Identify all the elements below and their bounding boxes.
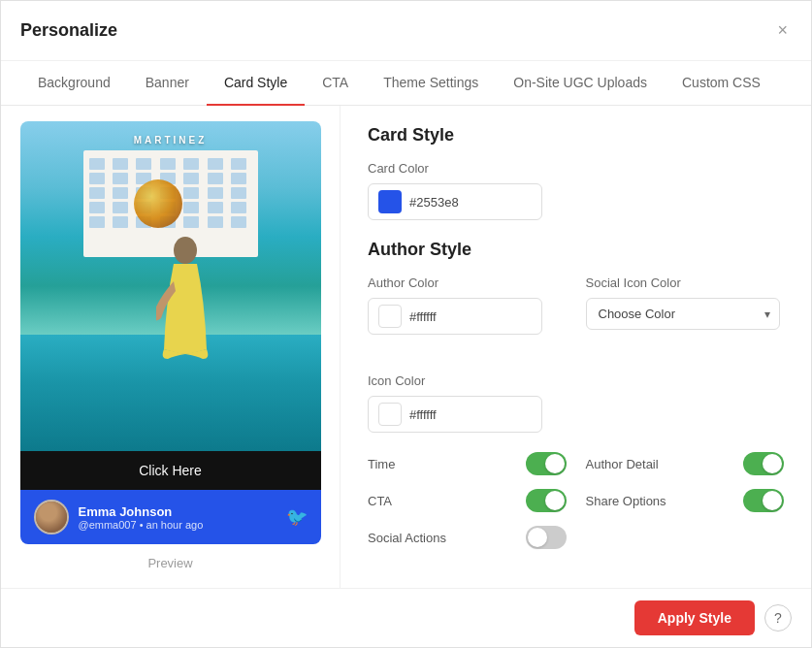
author-color-input-row[interactable] <box>368 298 542 335</box>
social-icon-color-label: Social Icon Color <box>586 275 785 290</box>
author-style-section-title: Author Style <box>368 240 784 260</box>
help-button[interactable]: ? <box>764 604 792 632</box>
toggle-row-author-detail: Author Detail <box>586 452 785 475</box>
toggle-row-share-options: Share Options <box>586 489 785 512</box>
modal-header: Personalize × <box>1 1 811 61</box>
cta-text: Click Here <box>139 463 202 478</box>
toggle-knob-author-detail <box>763 454 782 473</box>
figure <box>156 233 214 359</box>
icon-color-swatch[interactable] <box>378 403 402 426</box>
toggle-row-cta: CTA <box>368 489 567 512</box>
tab-banner[interactable]: Banner <box>128 61 207 106</box>
toggle-label-social-actions: Social Actions <box>368 531 446 545</box>
toggle-row-social-actions: Social Actions <box>368 526 567 549</box>
card-style-section-title: Card Style <box>368 125 784 146</box>
toggle-label-share-options: Share Options <box>586 494 666 508</box>
hotel-name-label: MARTINEZ <box>134 135 208 146</box>
tab-card-style[interactable]: Card Style <box>207 61 305 106</box>
icon-color-label: Icon Color <box>368 373 784 388</box>
toggles-section: Time Author Detail CTA Share Options Soc… <box>368 452 784 549</box>
card-color-field: Card Color <box>368 161 784 220</box>
social-icon-color-select[interactable]: Choose Color <box>586 298 780 330</box>
toggle-knob-time <box>545 454 565 473</box>
toggle-knob-social-actions <box>528 528 547 547</box>
tab-theme-settings[interactable]: Theme Settings <box>366 61 496 106</box>
icon-color-input-row[interactable] <box>368 396 542 433</box>
toggle-label-time: Time <box>368 457 395 471</box>
avatar <box>34 500 69 535</box>
toggle-social-actions[interactable] <box>526 526 567 549</box>
toggle-label-cta: CTA <box>368 494 392 508</box>
toggle-label-author-detail: Author Detail <box>586 457 659 471</box>
card-color-swatch[interactable] <box>378 190 402 213</box>
toggle-knob-cta <box>545 491 565 510</box>
toggle-share-options[interactable] <box>743 489 784 512</box>
tab-background[interactable]: Background <box>20 61 128 106</box>
tab-custom-css[interactable]: Custom CSS <box>665 61 778 106</box>
card-color-hex[interactable] <box>409 195 487 210</box>
toggle-row-time: Time <box>368 452 567 475</box>
toggle-time[interactable] <box>526 452 567 475</box>
author-info: Emma Johnson @emma007 • an hour ago <box>79 504 276 531</box>
author-color-field: Author Color <box>368 275 567 335</box>
apply-style-button[interactable]: Apply Style <box>634 600 755 635</box>
tab-bar: Background Banner Card Style CTA Theme S… <box>1 61 811 106</box>
card-color-label: Card Color <box>368 161 784 176</box>
social-icon-color-select-wrapper: Choose Color ▾ <box>586 298 780 330</box>
personalize-modal: Personalize × Background Banner Card Sty… <box>0 0 812 648</box>
toggle-cta[interactable] <box>526 489 567 512</box>
icon-color-field: Icon Color <box>368 373 784 433</box>
modal-title: Personalize <box>20 20 117 41</box>
cta-bar: Click Here <box>20 451 321 490</box>
modal-footer: Apply Style ? <box>1 588 811 647</box>
content-area: MARTINEZ <box>1 106 811 588</box>
card-image: MARTINEZ <box>20 121 321 451</box>
author-color-swatch[interactable] <box>378 305 402 328</box>
avatar-image <box>36 502 67 533</box>
author-handle: @emma007 • an hour ago <box>79 519 276 531</box>
author-color-row: Author Color Social Icon Color Choose Co… <box>368 275 784 354</box>
author-color-hex[interactable] <box>409 309 487 324</box>
social-icon-color-field: Social Icon Color Choose Color ▾ <box>586 275 785 335</box>
twitter-icon: 🐦 <box>286 506 308 528</box>
card-preview: MARTINEZ <box>20 121 321 544</box>
close-button[interactable]: × <box>773 16 792 45</box>
author-color-label: Author Color <box>368 275 567 290</box>
toggle-knob-share-options <box>763 491 782 510</box>
tab-on-site-ugc[interactable]: On-Site UGC Uploads <box>496 61 665 106</box>
toggle-author-detail[interactable] <box>743 452 784 475</box>
card-color-input-row[interactable] <box>368 183 542 220</box>
preview-panel: MARTINEZ <box>1 106 341 588</box>
settings-panel: Card Style Card Color Author Style Autho… <box>341 106 811 588</box>
icon-color-hex[interactable] <box>409 407 487 422</box>
svg-point-0 <box>174 237 197 264</box>
decorative-sphere <box>134 179 182 228</box>
preview-label: Preview <box>147 556 192 570</box>
author-name: Emma Johnson <box>79 504 276 519</box>
tab-cta[interactable]: CTA <box>305 61 366 106</box>
author-bar: Emma Johnson @emma007 • an hour ago 🐦 <box>20 490 321 544</box>
